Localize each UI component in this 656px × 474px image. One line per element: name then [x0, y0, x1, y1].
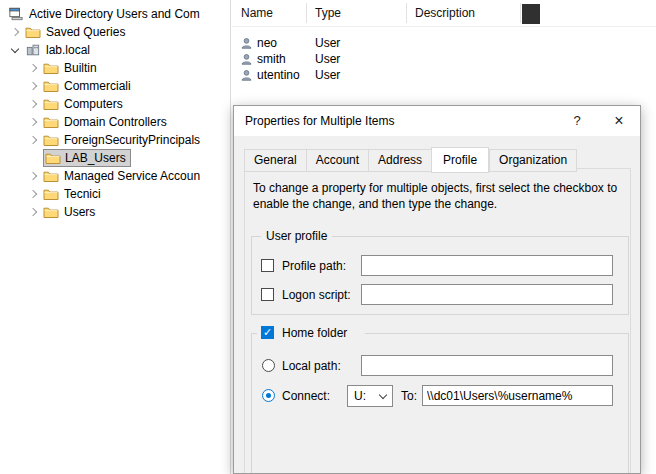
chevron-right-icon[interactable]	[29, 118, 37, 126]
drive-letter-value: U:	[348, 389, 380, 403]
tree-item-tecnici[interactable]: Tecnici	[0, 185, 230, 203]
profile-path-checkbox[interactable]	[261, 259, 274, 272]
folder-icon	[43, 169, 59, 183]
tree-item-saved-queries[interactable]: Saved Queries	[0, 23, 230, 41]
aduc-console-window: Active Directory Users and Com Saved Que…	[0, 0, 656, 474]
tree-item-root[interactable]: Active Directory Users and Com	[0, 5, 230, 23]
tree-item-domain-controllers[interactable]: Domain Controllers	[0, 113, 230, 131]
tab-account[interactable]: Account	[306, 149, 368, 172]
tree-item-label: Computers	[64, 97, 123, 111]
column-divider[interactable]	[406, 3, 407, 23]
folder-icon	[43, 133, 59, 147]
tree-item-label: Active Directory Users and Com	[29, 7, 200, 21]
chevron-right-icon[interactable]	[11, 28, 19, 36]
home-folder-checkbox[interactable]	[261, 326, 274, 339]
chevron-right-icon[interactable]	[29, 190, 37, 198]
logon-script-input[interactable]	[361, 284, 613, 305]
profile-tab-page: To change a property for multiple object…	[244, 168, 631, 474]
close-button[interactable]: ×	[598, 106, 640, 136]
profile-path-label: Profile path:	[282, 259, 346, 273]
tree-item-label: Commerciali	[64, 79, 131, 93]
tree-item-label: Tecnici	[64, 187, 101, 201]
connect-label: Connect:	[282, 389, 330, 403]
chevron-right-icon[interactable]	[29, 208, 37, 216]
user-icon	[240, 69, 253, 82]
tree-item-foreign-security-principals[interactable]: ForeignSecurityPrincipals	[0, 131, 230, 149]
folder-icon	[43, 79, 59, 93]
chevron-right-icon[interactable]	[29, 64, 37, 72]
user-name: smith	[257, 52, 315, 66]
header-dark-block	[522, 4, 540, 24]
folder-icon	[43, 187, 59, 201]
user-profile-group-title: User profile	[261, 229, 332, 243]
folder-icon	[25, 25, 41, 39]
tree-item-label: Managed Service Accoun	[64, 169, 200, 183]
column-divider[interactable]	[306, 3, 307, 23]
chevron-down-icon	[379, 391, 387, 399]
folder-icon	[43, 205, 59, 219]
description-text-line2: enable the change, and then type the cha…	[253, 197, 497, 211]
tree-item-label: Builtin	[64, 61, 97, 75]
column-divider[interactable]	[520, 3, 521, 23]
user-type: User	[315, 52, 340, 66]
tab-organization[interactable]: Organization	[489, 149, 577, 172]
to-label: To:	[401, 389, 417, 403]
home-folder-label: Home folder	[282, 326, 347, 340]
user-icon	[240, 37, 253, 50]
tree-item-label: ForeignSecurityPrincipals	[64, 133, 200, 147]
tree-item-label: Users	[64, 205, 95, 219]
list-column-header: Name Type Description	[232, 0, 656, 27]
local-path-input[interactable]	[361, 355, 613, 376]
properties-dialog: Properties for Multiple Items ? × Genera…	[233, 105, 641, 474]
console-tree-panel: Active Directory Users and Com Saved Que…	[0, 0, 231, 474]
tree-item-label: lab.local	[46, 43, 90, 57]
column-header-name[interactable]: Name	[241, 6, 273, 20]
dialog-tabstrip: General Account Address Profile Organiza…	[244, 147, 577, 172]
tab-address[interactable]: Address	[368, 149, 431, 172]
tree-item-lab-users[interactable]: LAB_Users	[0, 149, 230, 167]
tree-item-lab-local[interactable]: lab.local	[0, 41, 230, 59]
aduc-root-icon	[8, 7, 24, 21]
list-item-smith[interactable]: smith User	[232, 51, 656, 67]
column-header-type[interactable]: Type	[315, 6, 341, 20]
tree-item-label: Domain Controllers	[64, 115, 167, 129]
list-item-neo[interactable]: neo User	[232, 35, 656, 51]
domain-icon	[25, 43, 41, 57]
folder-icon	[43, 97, 59, 111]
tab-general[interactable]: General	[244, 149, 306, 172]
list-item-utentino[interactable]: utentino User	[232, 67, 656, 83]
user-type: User	[315, 36, 340, 50]
tree-item-label: Saved Queries	[46, 25, 125, 39]
chevron-right-icon[interactable]	[29, 82, 37, 90]
tree-item-users[interactable]: Users	[0, 203, 230, 221]
dialog-title: Properties for Multiple Items	[245, 106, 394, 136]
column-header-description[interactable]: Description	[415, 6, 475, 20]
user-type: User	[315, 68, 340, 82]
chevron-right-icon[interactable]	[29, 172, 37, 180]
tab-profile[interactable]: Profile	[431, 147, 489, 173]
chevron-down-icon[interactable]	[11, 44, 19, 52]
profile-path-input[interactable]	[361, 255, 613, 276]
description-text-line1: To change a property for multiple object…	[253, 181, 617, 195]
tree-item-builtin[interactable]: Builtin	[0, 59, 230, 77]
drive-letter-dropdown[interactable]: U:	[347, 385, 393, 407]
folder-icon	[43, 61, 59, 75]
dialog-titlebar[interactable]: Properties for Multiple Items ? ×	[234, 106, 640, 136]
local-path-label: Local path:	[282, 359, 341, 373]
logon-script-label: Logon script:	[282, 288, 351, 302]
chevron-right-icon[interactable]	[29, 136, 37, 144]
help-button[interactable]: ?	[556, 106, 598, 136]
connect-path-input[interactable]	[422, 385, 613, 406]
tree-item-commerciali[interactable]: Commerciali	[0, 77, 230, 95]
local-path-radio[interactable]	[262, 359, 275, 372]
chevron-right-icon[interactable]	[29, 100, 37, 108]
tree-item-computers[interactable]: Computers	[0, 95, 230, 113]
tree-item-managed-service-accounts[interactable]: Managed Service Accoun	[0, 167, 230, 185]
connect-radio[interactable]	[262, 389, 275, 402]
selected-highlight: LAB_Users	[43, 149, 131, 167]
user-icon	[240, 53, 253, 66]
folder-icon	[43, 115, 59, 129]
user-name: neo	[257, 36, 315, 50]
logon-script-checkbox[interactable]	[261, 288, 274, 301]
folder-icon	[45, 151, 61, 165]
